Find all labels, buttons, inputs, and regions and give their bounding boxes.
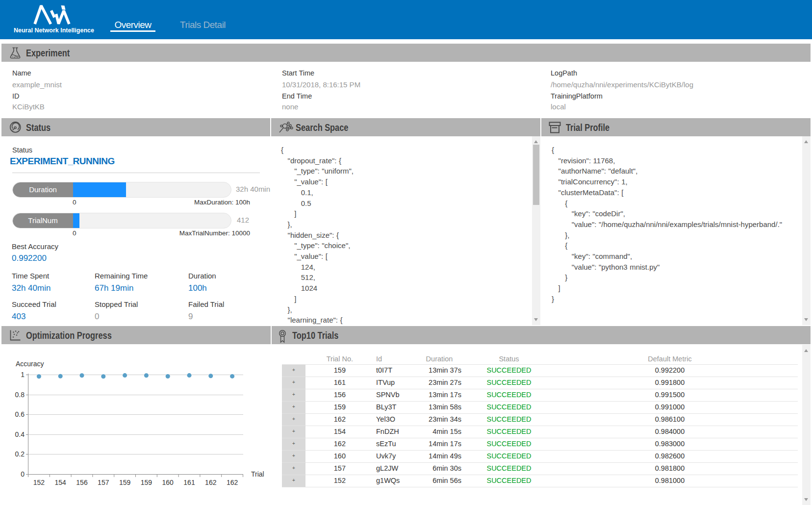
- svg-text:159: 159: [141, 479, 152, 486]
- svg-text:0.4: 0.4: [15, 430, 25, 438]
- svg-text:0.2: 0.2: [15, 450, 25, 458]
- svg-text:157: 157: [98, 479, 109, 486]
- svg-text:162: 162: [205, 479, 217, 486]
- svg-text:156: 156: [76, 479, 88, 486]
- svg-text:Accuracy: Accuracy: [16, 360, 44, 368]
- svg-text:Trial: Trial: [251, 470, 264, 478]
- svg-text:162: 162: [227, 479, 238, 486]
- svg-text:1: 1: [21, 371, 25, 379]
- svg-text:152: 152: [33, 479, 45, 486]
- svg-text:0.8: 0.8: [15, 391, 25, 399]
- svg-text:0.6: 0.6: [15, 410, 25, 418]
- svg-text:159: 159: [119, 479, 131, 486]
- svg-text:160: 160: [162, 479, 174, 486]
- svg-text:154: 154: [55, 479, 67, 486]
- svg-text:0: 0: [21, 470, 25, 478]
- svg-text:161: 161: [183, 479, 195, 486]
